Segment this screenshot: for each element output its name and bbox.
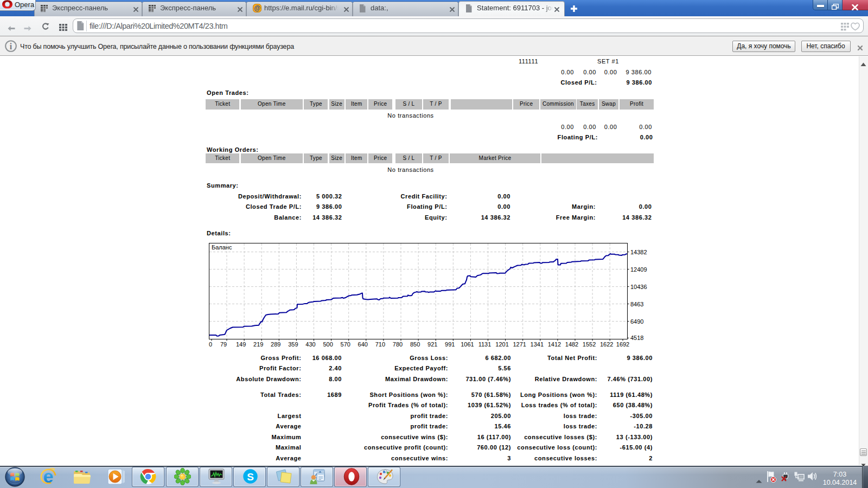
svg-text:i: i — [10, 42, 12, 51]
svg-text:e: e — [43, 467, 54, 485]
svg-text:S: S — [247, 471, 254, 483]
svg-text:@: @ — [254, 4, 260, 12]
